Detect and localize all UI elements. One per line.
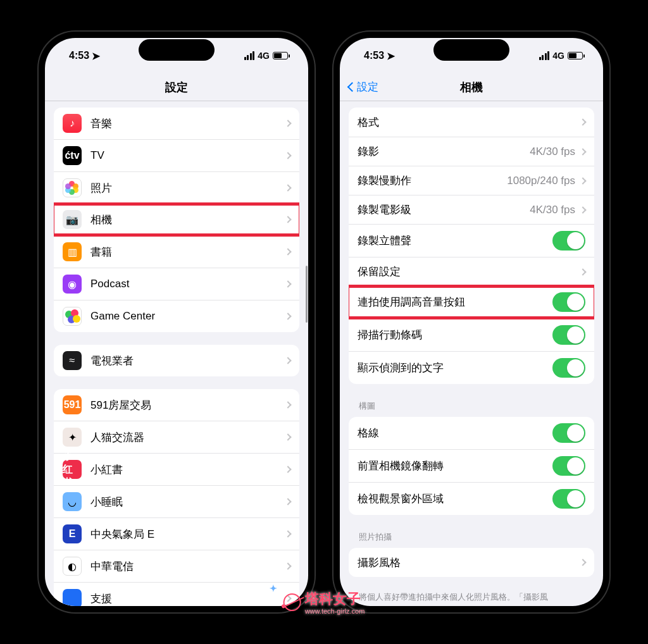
chevron-right-icon (579, 206, 586, 213)
watermark-text: 塔科女子 (305, 591, 361, 607)
signal-icon (244, 51, 255, 60)
battery-icon (568, 52, 583, 59)
chevron-right-icon (284, 184, 291, 191)
chevron-right-icon (284, 498, 291, 505)
row-label: 顯示偵測到的文字 (358, 361, 552, 375)
row-label: Game Center (90, 310, 285, 323)
row-detail: 1080p/240 fps (507, 175, 575, 187)
scrollbar-indicator (306, 266, 308, 323)
row-label: 照片 (90, 181, 285, 195)
row-label: 格式 (358, 115, 580, 130)
settings-row[interactable]: Game Center (54, 300, 299, 332)
music-icon: ♪ (63, 114, 82, 133)
location-icon: ➤ (387, 50, 395, 62)
row-label: 前置相機鏡像翻轉 (358, 459, 552, 473)
chevron-right-icon (284, 152, 291, 159)
location-icon: ➤ (92, 50, 100, 62)
phone-right: 4:53 ➤ 4G 設定 相機 格式錄影4K/30 fps錄製慢動作1080p/… (332, 30, 611, 614)
settings-row[interactable]: 保留設定 (349, 257, 594, 286)
toggle-switch[interactable] (552, 325, 585, 345)
row-label: 錄影 (358, 144, 530, 159)
chevron-right-icon (579, 268, 586, 275)
chevron-right-icon (284, 433, 291, 440)
chevron-right-icon (284, 357, 291, 364)
chevron-right-icon (579, 148, 586, 155)
settings-row[interactable]: ▥書籍 (54, 235, 299, 268)
settings-row[interactable]: 錄製電影級4K/30 fps (349, 195, 594, 224)
books-icon: ▥ (63, 242, 82, 261)
toggle-switch[interactable] (552, 423, 585, 443)
chevron-right-icon (284, 280, 291, 287)
settings-row[interactable]: ćtvTV (54, 139, 299, 171)
settings-row[interactable]: 📷相機 (54, 204, 299, 235)
settings-row[interactable]: ✦人猫交流器 (54, 421, 299, 453)
settings-row[interactable]: 錄製立體聲 (349, 224, 594, 257)
row-label: 檢視觀景窗外區域 (358, 492, 552, 506)
row-detail: 4K/30 fps (530, 204, 575, 216)
status-time: 4:53 (364, 50, 384, 61)
back-label: 設定 (357, 80, 378, 94)
nav-bar: 設定 相機 (340, 73, 603, 101)
row-label: Podcast (90, 278, 285, 290)
settings-row[interactable]: 支援 (54, 582, 299, 606)
settings-row[interactable]: 前置相機鏡像翻轉 (349, 449, 594, 482)
settings-row[interactable]: ◐中華電信 (54, 550, 299, 582)
camera-icon: 📷 (63, 210, 82, 229)
app-cht-icon: ◐ (63, 557, 82, 576)
settings-row[interactable]: 連拍使用調高音量按鈕 (349, 286, 594, 318)
settings-row[interactable]: 檢視觀景窗外區域 (349, 482, 594, 515)
row-label: 錄製電影級 (358, 202, 530, 217)
settings-row[interactable]: 錄影4K/30 fps (349, 137, 594, 166)
settings-row[interactable]: 格式 (349, 108, 594, 137)
toggle-switch[interactable] (552, 456, 585, 476)
row-label: 中央氣象局 E (90, 527, 285, 542)
settings-row[interactable]: 錄製慢動作1080p/240 fps (349, 166, 594, 195)
row-label: 保留設定 (358, 264, 580, 279)
toggle-switch[interactable] (552, 489, 585, 509)
toggle-switch[interactable] (552, 231, 585, 251)
chevron-right-icon (284, 466, 291, 473)
app-591-icon: 591 (63, 395, 82, 414)
toggle-switch[interactable] (552, 358, 585, 378)
settings-row[interactable]: 照片 (54, 171, 299, 204)
settings-row[interactable]: 掃描行動條碼 (349, 318, 594, 351)
toggle-switch[interactable] (552, 292, 585, 312)
settings-row[interactable]: 攝影風格 (349, 548, 594, 577)
row-label: 攝影風格 (358, 555, 580, 570)
chevron-right-icon (284, 562, 291, 569)
row-label: 錄製慢動作 (358, 173, 507, 188)
settings-row[interactable]: ♪音樂 (54, 108, 299, 139)
camera-settings-list[interactable]: 格式錄影4K/30 fps錄製慢動作1080p/240 fps錄製電影級4K/3… (340, 101, 603, 606)
settings-row[interactable]: ≈電視業者 (54, 345, 299, 376)
settings-row[interactable]: ◡小睡眠 (54, 485, 299, 517)
settings-row[interactable]: 格線 (349, 417, 594, 449)
app-xhs-icon: 小红书 (63, 460, 82, 479)
row-label: 連拍使用調高音量按鈕 (358, 295, 552, 309)
settings-row[interactable]: 小红书小紅書 (54, 453, 299, 485)
watermark-logo-icon (280, 590, 304, 614)
dynamic-island (139, 39, 215, 61)
chevron-right-icon (284, 248, 291, 255)
settings-row[interactable]: 顯示偵測到的文字 (349, 351, 594, 384)
row-label: 小紅書 (90, 462, 285, 477)
status-time: 4:53 (69, 50, 89, 61)
phone-left: 4:53 ➤ 4G 設定 ♪音樂ćtvTV照片📷相機▥書籍◉PodcastGam… (37, 30, 316, 614)
section-header-photo: 照片拍攝 (349, 528, 594, 548)
row-label: TV (90, 149, 285, 162)
row-label: 格線 (358, 426, 552, 440)
chevron-right-icon (284, 530, 291, 537)
settings-row[interactable]: 591591房屋交易 (54, 389, 299, 421)
row-label: 相機 (90, 213, 285, 227)
back-button[interactable]: 設定 (349, 73, 378, 101)
app-sleep-icon: ◡ (63, 492, 82, 511)
chevron-right-icon (284, 216, 291, 223)
chevron-right-icon (579, 177, 586, 184)
chevron-left-icon (347, 82, 358, 92)
photos-icon (63, 178, 82, 197)
section-footer: 將個人喜好帶進拍攝中來個人化照片風格。「攝影風 (349, 590, 594, 606)
network-label: 4G (258, 51, 270, 61)
row-label: 書籍 (90, 245, 285, 259)
settings-list[interactable]: ♪音樂ćtvTV照片📷相機▥書籍◉PodcastGame Center ≈電視業… (45, 101, 308, 606)
settings-row[interactable]: E中央氣象局 E (54, 517, 299, 550)
settings-row[interactable]: ◉Podcast (54, 268, 299, 300)
